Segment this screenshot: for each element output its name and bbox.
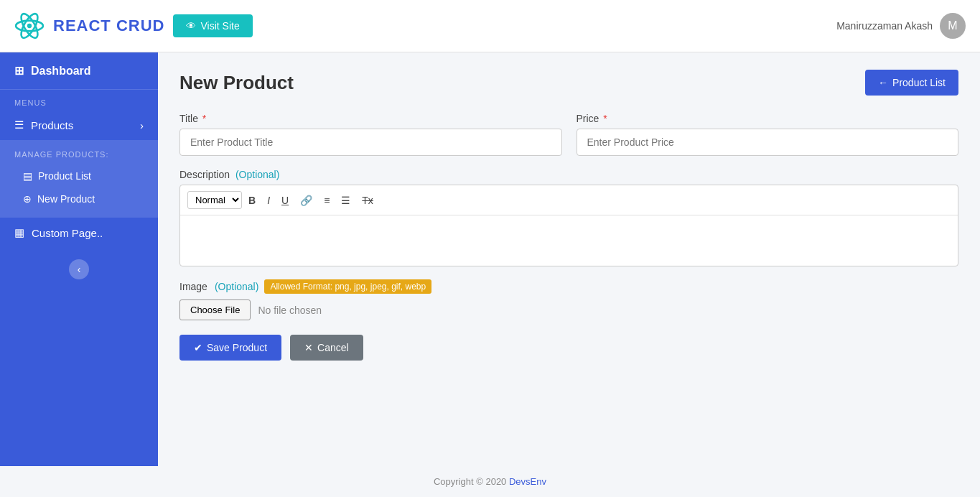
footer-brand-link[interactable]: DevsEnv [509,476,546,487]
image-optional-text: (Optional) [215,281,258,292]
ordered-list-button[interactable]: ≡ [319,192,335,209]
main-content: New Product ← Product List Title * Price… [158,52,980,466]
underline-button[interactable]: U [276,192,294,209]
save-product-button[interactable]: ✔ Save Product [179,335,281,361]
cancel-btn-label: Cancel [317,342,349,353]
page-header: New Product ← Product List [179,70,958,96]
menus-section-label: MENUS [0,90,158,110]
image-section: Image (Optional) Allowed Format: png, jp… [179,279,958,320]
visit-site-button[interactable]: 👁 Visit Site [173,14,252,37]
cancel-button[interactable]: ✕ Cancel [290,335,363,361]
products-label: Products [31,119,73,131]
layout: ⊞ Dashboard MENUS ☰ Products › MANAGE PR… [0,52,980,466]
products-submenu: MANAGE PRODUCTS: ▤ Product List ⊕ New Pr… [0,140,158,218]
action-row: ✔ Save Product ✕ Cancel [179,335,958,361]
navbar-right: Maniruzzaman Akash M [836,13,966,39]
allowed-formats-badge: Allowed Format: png, jpg, jpeg, gif, web… [264,279,431,294]
title-required-marker: * [202,113,206,124]
products-item-left: ☰ Products [14,119,73,131]
chevron-left-icon: ‹ [78,264,81,275]
editor-body[interactable] [180,215,958,266]
file-input-row: Choose File No file chosen [179,299,958,320]
chevron-right-icon: › [140,119,144,131]
footer: Copyright © 2020 DevsEnv [0,466,980,497]
navbar: REACT CRUD 👁 Visit Site Maniruzzaman Aka… [0,0,980,52]
custom-page-icon: ▦ [14,226,24,239]
price-required-marker: * [603,113,607,124]
sidebar-item-dashboard[interactable]: ⊞ Dashboard [0,52,158,90]
sidebar-item-product-list[interactable]: ▤ Product List [0,164,158,187]
navbar-left: REACT CRUD 👁 Visit Site [14,11,253,41]
plus-circle-icon: ⊕ [23,193,32,205]
description-label-text: Description [179,169,230,180]
price-input[interactable] [577,129,959,156]
sidebar-item-products[interactable]: ☰ Products › [0,110,158,140]
form-group-price: Price * [577,113,959,156]
page-title: New Product [179,72,294,94]
sidebar-item-new-product[interactable]: ⊕ New Product [0,187,158,210]
description-section: Description (Optional) Normal B I U 🔗 ≡ … [179,169,958,266]
title-label: Title * [179,113,562,124]
no-file-text: No file chosen [258,305,322,316]
link-button[interactable]: 🔗 [295,192,317,209]
react-logo-icon [14,11,45,41]
editor-toolbar: Normal B I U 🔗 ≡ ☰ Tx [180,185,958,215]
choose-file-label: Choose File [190,305,240,315]
price-label: Price * [577,113,959,124]
sidebar-item-custom-page[interactable]: ▦ Custom Page.. [0,218,158,248]
arrow-left-icon: ← [878,77,888,88]
clear-format-button[interactable]: Tx [357,192,378,209]
visit-site-label: Visit Site [200,20,239,32]
image-label: Image (Optional) Allowed Format: png, jp… [179,279,958,294]
choose-file-button[interactable]: Choose File [179,299,251,320]
price-label-text: Price [577,113,599,124]
new-product-label: New Product [37,193,95,205]
manage-products-label: MANAGE PRODUCTS: [0,147,158,164]
app-title: REACT CRUD [53,17,164,35]
form-title-price-row: Title * Price * [179,113,958,156]
product-list-label: Product List [38,170,91,182]
table-icon: ▤ [23,170,32,182]
dashboard-icon: ⊞ [14,64,24,78]
unordered-list-button[interactable]: ☰ [336,192,355,209]
avatar: M [940,13,966,39]
footer-text: Copyright © 2020 [434,476,506,487]
eye-icon: 👁 [186,20,196,32]
save-btn-label: Save Product [207,342,267,353]
sidebar: ⊞ Dashboard MENUS ☰ Products › MANAGE PR… [0,52,158,466]
svg-point-3 [27,24,32,28]
list-icon: ☰ [14,119,24,131]
italic-button[interactable]: I [262,192,275,209]
sidebar-collapse-button[interactable]: ‹ [69,259,89,279]
avatar-initials: M [948,19,957,32]
editor-container: Normal B I U 🔗 ≡ ☰ Tx [179,185,958,266]
image-label-text: Image [179,281,207,292]
times-icon: ✕ [304,342,313,353]
custom-page-label: Custom Page.. [32,227,103,239]
title-input[interactable] [179,129,562,156]
title-label-text: Title [179,113,198,124]
description-optional-text: (Optional) [235,169,279,180]
format-select[interactable]: Normal [187,191,242,209]
bold-button[interactable]: B [243,192,261,209]
product-list-btn-label: Product List [892,77,946,88]
product-list-button[interactable]: ← Product List [865,70,958,96]
check-icon: ✔ [194,342,202,353]
dashboard-label: Dashboard [31,65,91,78]
user-name: Maniruzzaman Akash [836,20,933,32]
description-label: Description (Optional) [179,169,958,180]
form-group-title: Title * [179,113,562,156]
